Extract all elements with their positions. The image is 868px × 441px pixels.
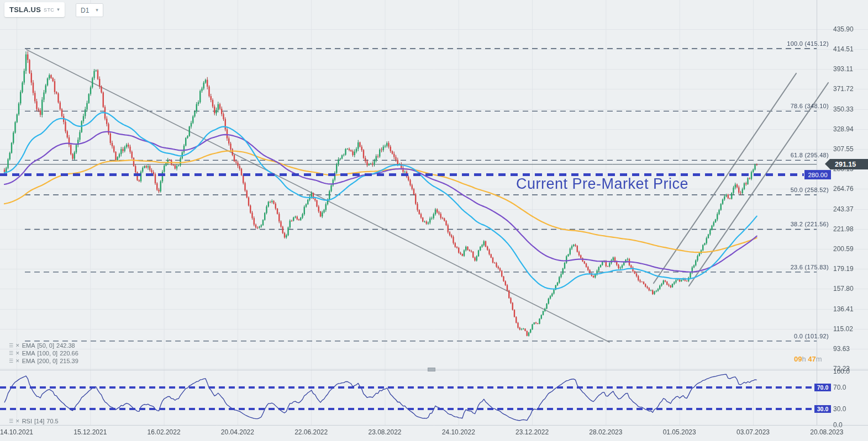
- ema-legend-value: 215.39: [60, 358, 78, 364]
- price-axis-label: 179.19: [833, 265, 854, 273]
- ema-legend-name: EMA: [22, 342, 35, 349]
- premarket-annotation-text: Current Pre-Market Price: [516, 176, 688, 193]
- price-axis-label: 328.94: [833, 125, 854, 133]
- time-axis-label: 03.07.2023: [737, 428, 770, 436]
- ema-legend-params: [200, 0]: [37, 358, 57, 364]
- rsi-axis-label: 70.0: [833, 384, 846, 391]
- indicator-remove-icon[interactable]: ✕: [15, 351, 20, 356]
- fib-level-label: 50.0 (258.52): [791, 187, 829, 193]
- price-axis-label: 93.63: [833, 345, 850, 353]
- price-axis-label: 200.59: [833, 245, 854, 253]
- indicator-settings-icon[interactable]: ☰: [9, 419, 13, 424]
- ema-legend-value: 242.38: [56, 342, 75, 349]
- indicator-legend-row: ☰✕EMA[200, 0]215.39: [9, 357, 78, 365]
- price-axis-label: 393.11: [833, 65, 853, 73]
- ema-legend-name: EMA: [22, 358, 35, 364]
- indicator-settings-icon[interactable]: ☰: [9, 343, 13, 348]
- indicator-remove-icon[interactable]: ✕: [15, 419, 20, 424]
- time-axis-label: 22.06.2022: [294, 428, 328, 436]
- symbol-selector[interactable]: TSLA.US STC ▾: [4, 2, 65, 17]
- price-axis-label: 371.72: [833, 85, 854, 93]
- indicator-settings-icon[interactable]: ☰: [9, 359, 13, 364]
- indicator-legend-row: ☰✕EMA[50, 0]242.38: [9, 342, 78, 349]
- ema-legend-params: [50, 0]: [37, 342, 54, 349]
- timeframe-label: D1: [81, 7, 89, 14]
- symbol-suffix: STC: [44, 7, 54, 13]
- price-axis-label: 414.51: [833, 45, 854, 53]
- fib-level-label: 61.8 (295.48): [791, 152, 829, 158]
- rsi-level-badge: 30.0: [814, 405, 831, 413]
- fib-level-label: 23.6 (175.83): [791, 264, 829, 270]
- fib-level-label: 100.0 (415.12): [787, 40, 829, 47]
- rsi-legend-params: [14]: [34, 418, 44, 424]
- indicator-remove-icon[interactable]: ✕: [15, 359, 20, 364]
- countdown-minutes-unit: m: [816, 355, 822, 363]
- rsi-axis-label: 0.0: [833, 421, 843, 429]
- price-axis-label: 243.37: [833, 205, 854, 213]
- current-price-value: 291.15: [835, 161, 856, 168]
- price-axis-label: 157.80: [833, 285, 854, 293]
- time-axis-label: 20.04.2022: [221, 428, 254, 436]
- rsi-axis-label: 30.0: [833, 405, 846, 413]
- price-chart-canvas[interactable]: [0, 0, 868, 441]
- fib-level-label: 78.6 (348.10): [791, 103, 829, 109]
- fib-level-label: 0.0 (101.92): [794, 333, 829, 339]
- premarket-price-badge[interactable]: 280.00: [804, 170, 831, 179]
- time-axis-label: 16.02.2022: [148, 428, 181, 436]
- countdown-hours-unit: h: [802, 355, 806, 363]
- price-axis-label: 221.98: [833, 225, 854, 233]
- price-axis-label: 435.90: [833, 25, 854, 33]
- price-axis-label: 264.76: [833, 185, 854, 193]
- time-axis-label: 28.02.2023: [589, 428, 622, 436]
- rsi-legend-row: ☰ ✕ RSI [14] 70.5: [9, 417, 59, 425]
- pane-resize-handle[interactable]: [428, 368, 435, 371]
- chevron-down-icon: ▾: [96, 8, 98, 13]
- timeframe-selector[interactable]: D1 ▾: [76, 3, 103, 17]
- indicator-remove-icon[interactable]: ✕: [15, 343, 20, 348]
- time-axis-label: 20.08.2023: [810, 428, 843, 436]
- indicator-settings-icon[interactable]: ☰: [9, 351, 13, 356]
- countdown-hours: 09: [794, 355, 802, 363]
- price-axis-label: 115.02: [833, 325, 853, 333]
- indicator-legend-row: ☰✕EMA[100, 0]220.66: [9, 349, 78, 357]
- trading-chart-window: TSLA.US STC ▾ D1 ▾ ☰✕EMA[50, 0]242.38☰✕E…: [0, 0, 868, 441]
- time-axis-label: 24.10.2022: [442, 428, 475, 436]
- price-axis-label: 307.55: [833, 145, 854, 153]
- time-axis-label: 14.10.2021: [0, 428, 33, 436]
- symbol-label: TSLA.US: [9, 6, 41, 14]
- ema-legend-name: EMA: [22, 350, 35, 357]
- price-axis-label: 350.33: [833, 105, 854, 113]
- rsi-level-badge: 70.0: [814, 384, 831, 391]
- rsi-legend-value: 70.5: [46, 418, 58, 424]
- time-axis-label: 23.12.2022: [515, 428, 549, 436]
- current-price-badge: 291.15: [830, 159, 868, 169]
- time-axis-label: 01.05.2023: [663, 428, 696, 436]
- price-axis-label: 136.41: [833, 305, 854, 313]
- rsi-legend-name: RSI: [22, 418, 32, 424]
- ema-legend-params: [100, 0]: [37, 350, 57, 357]
- countdown-minutes: 47: [808, 355, 816, 363]
- candle-countdown: 09h 47m: [794, 355, 822, 363]
- rsi-axis-label: 100.0: [833, 368, 850, 375]
- fib-level-label: 38.2 (221.56): [791, 221, 829, 227]
- chevron-down-icon: ▾: [57, 7, 60, 12]
- indicator-legend: ☰✕EMA[50, 0]242.38☰✕EMA[100, 0]220.66☰✕E…: [9, 342, 78, 365]
- time-axis-label: 15.12.2021: [73, 428, 107, 436]
- time-axis-label: 23.08.2022: [368, 428, 401, 436]
- ema-legend-value: 220.66: [60, 350, 78, 357]
